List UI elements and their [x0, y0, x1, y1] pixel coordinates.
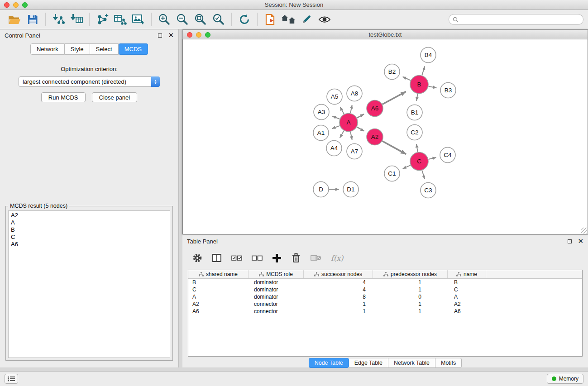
column-header-predecessor-nodes[interactable]: predecessor nodes [373, 270, 448, 278]
column-header-successor-nodes[interactable]: successor nodes [304, 270, 373, 278]
search-input[interactable] [461, 15, 583, 24]
show-columns-button[interactable] [212, 253, 222, 263]
network-edge-B-B4[interactable] [422, 66, 425, 75]
mcds-result-list[interactable]: A2ABCA6 [8, 210, 170, 358]
network-node-A6[interactable]: A6 [367, 100, 383, 117]
network-node-C4[interactable]: C4 [440, 148, 455, 163]
run-mcds-button[interactable]: Run MCDS [41, 92, 86, 102]
zoom-in-button[interactable] [155, 11, 173, 28]
hide-column-button[interactable] [311, 254, 321, 262]
zoom-out-button[interactable] [173, 11, 191, 28]
zoom-fit-button[interactable] [191, 11, 210, 28]
tab-node-table[interactable]: Node Table [309, 358, 349, 368]
open-file-button[interactable] [5, 11, 24, 28]
tab-style[interactable]: Style [65, 43, 90, 55]
function-builder-button[interactable]: f(x) [331, 254, 343, 262]
network-edge-A-A3[interactable] [332, 116, 339, 119]
network-node-C3[interactable]: C3 [421, 183, 436, 198]
network-edge-B-B2[interactable] [403, 77, 411, 81]
delete-row-button[interactable] [291, 253, 301, 263]
show-hide-button[interactable] [316, 11, 334, 28]
network-window-titlebar[interactable]: testGlobe.txt [182, 29, 588, 39]
network-edge-B-B3[interactable] [429, 86, 437, 88]
resize-grip-icon[interactable] [581, 228, 587, 234]
network-node-A3[interactable]: A3 [314, 105, 329, 120]
tab-mcds[interactable]: MCDS [119, 43, 148, 55]
add-row-button[interactable] [272, 253, 282, 263]
network-node-B1[interactable]: B1 [407, 105, 422, 120]
network-edge-B-B1[interactable] [416, 94, 418, 101]
network-node-B2[interactable]: B2 [384, 64, 400, 80]
mcds-result-item[interactable]: C [10, 234, 168, 241]
annotations-button[interactable] [261, 11, 279, 28]
memory-button[interactable]: Memory [547, 374, 583, 384]
zoom-network-window-button[interactable] [205, 32, 210, 38]
network-node-B[interactable]: B [410, 76, 428, 94]
save-session-button[interactable] [24, 11, 42, 28]
apply-layout-button[interactable] [235, 11, 253, 28]
network-node-A2[interactable]: A2 [367, 129, 383, 145]
network-edge-A-A6[interactable] [357, 114, 364, 118]
table-row[interactable]: A2connector11A2 [188, 300, 582, 308]
float-panel-icon[interactable] [158, 33, 162, 38]
network-node-A1[interactable]: A1 [313, 125, 329, 141]
column-header-shared-name[interactable]: shared name [188, 270, 249, 278]
close-table-panel-icon[interactable]: ✕ [578, 238, 583, 244]
table-row[interactable]: Adominator80A [188, 293, 582, 300]
network-edge-A-A2[interactable] [357, 127, 364, 131]
deselect-all-button[interactable] [252, 255, 263, 261]
table-settings-button[interactable] [192, 253, 202, 263]
tab-network-table[interactable]: Network Table [388, 358, 435, 368]
float-table-panel-icon[interactable] [568, 239, 572, 243]
close-window-button[interactable] [4, 2, 10, 8]
network-edge-A-A1[interactable] [332, 126, 339, 129]
network-edge-A-A8[interactable] [350, 105, 352, 113]
zoom-selected-button[interactable] [210, 11, 228, 28]
network-edge-A6-B[interactable] [382, 91, 406, 104]
mcds-result-item[interactable]: B [10, 226, 168, 234]
network-node-C1[interactable]: C1 [384, 166, 400, 181]
network-canvas[interactable]: AA1A2A3A4A5A6A7A8BB1B2B3B4CC1C2C3C4DD1 [182, 39, 588, 234]
network-node-A8[interactable]: A8 [347, 86, 362, 101]
network-edge-C-C2[interactable] [416, 144, 418, 152]
network-edge-A-A5[interactable] [340, 107, 344, 114]
new-network-table-button[interactable] [111, 11, 129, 28]
new-network-button[interactable] [93, 11, 111, 28]
network-edge-A2-C[interactable] [382, 141, 406, 154]
optimization-criterion-select[interactable]: largest connected component (directed) ▲… [19, 76, 160, 87]
network-node-B3[interactable]: B3 [440, 83, 456, 98]
network-node-B4[interactable]: B4 [421, 48, 436, 63]
home-button[interactable] [279, 11, 297, 28]
network-node-A4[interactable]: A4 [326, 141, 342, 156]
minimize-window-button[interactable] [13, 2, 19, 8]
tab-edge-table[interactable]: Edge Table [349, 358, 388, 368]
network-edge-C-C4[interactable] [429, 157, 436, 159]
close-panel-icon[interactable]: ✕ [168, 32, 174, 38]
tab-network[interactable]: Network [30, 43, 65, 55]
network-node-A7[interactable]: A7 [347, 144, 362, 159]
network-node-A5[interactable]: A5 [327, 89, 342, 105]
zoom-window-button[interactable] [22, 2, 28, 8]
table-row[interactable]: A6connector11A6 [188, 308, 582, 315]
network-node-D1[interactable]: D1 [343, 182, 359, 197]
style-brush-button[interactable] [297, 11, 316, 28]
close-panel-button[interactable]: Close panel [92, 92, 138, 102]
network-node-A[interactable]: A [339, 114, 358, 132]
column-header-MCDS-role[interactable]: MCDS role [249, 270, 304, 278]
select-all-button[interactable] [231, 255, 242, 261]
network-node-C2[interactable]: C2 [407, 125, 422, 140]
close-network-window-button[interactable] [187, 32, 192, 38]
column-header-name[interactable]: name [448, 270, 486, 278]
network-edge-C-C1[interactable] [403, 165, 411, 169]
import-table-button[interactable] [67, 11, 86, 28]
import-network-button[interactable] [49, 11, 67, 28]
network-edge-C-C3[interactable] [422, 171, 425, 179]
table-row[interactable]: Bdominator41B [188, 279, 582, 286]
task-history-button[interactable] [5, 374, 18, 384]
minimize-network-window-button[interactable] [196, 32, 201, 38]
network-node-D[interactable]: D [313, 182, 329, 197]
network-edge-A-A7[interactable] [350, 132, 352, 140]
tab-motifs[interactable]: Motifs [435, 358, 462, 368]
network-edge-A-A4[interactable] [340, 131, 344, 138]
tab-select[interactable]: Select [90, 43, 119, 55]
